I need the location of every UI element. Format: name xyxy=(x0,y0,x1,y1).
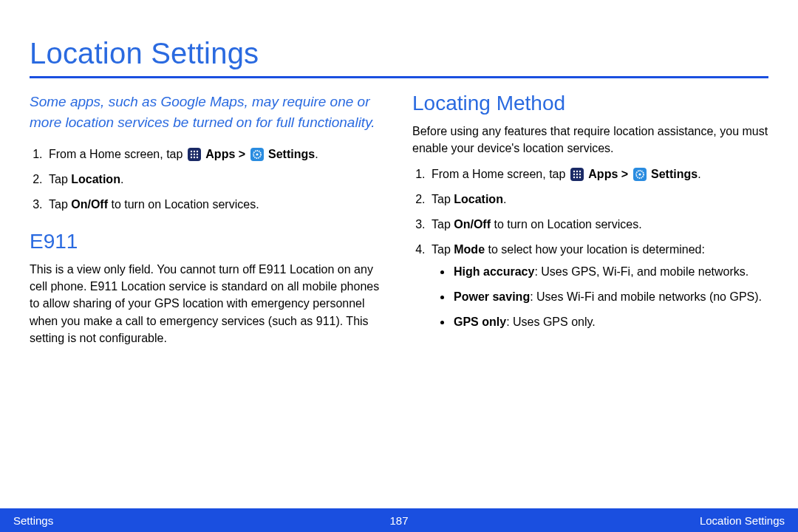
right-step-4: Tap Mode to select how your location is … xyxy=(429,241,768,331)
two-column-layout: Some apps, such as Google Maps, may requ… xyxy=(30,92,768,355)
page-title: Location Settings xyxy=(30,37,768,70)
svg-point-16 xyxy=(579,174,581,175)
step-bold: Mode xyxy=(454,243,485,256)
svg-point-17 xyxy=(573,177,575,178)
mode-high-accuracy: High accuracy: Uses GPS, Wi-Fi, and mobi… xyxy=(452,263,768,281)
right-step-3: Tap On/Off to turn on Location services. xyxy=(429,216,768,233)
content-area: Location Settings Some apps, such as Goo… xyxy=(0,0,798,355)
page: Location Settings Some apps, such as Goo… xyxy=(0,0,798,532)
step-bold: On/Off xyxy=(454,218,491,231)
svg-point-6 xyxy=(191,157,192,158)
svg-point-15 xyxy=(576,174,578,175)
mode-desc: : Uses GPS, Wi-Fi, and mobile networks. xyxy=(534,265,748,278)
mode-power-saving: Power saving: Uses Wi-Fi and mobile netw… xyxy=(452,288,768,306)
svg-point-13 xyxy=(579,171,581,172)
step-bold: On/Off xyxy=(71,198,108,211)
step-suffix: . xyxy=(698,168,700,180)
e911-heading: E911 xyxy=(30,230,386,253)
mode-name: GPS only xyxy=(454,316,506,328)
step-bold: Location xyxy=(454,193,503,205)
right-step-1: From a Home screen, tap Apps > Settings. xyxy=(429,166,768,183)
settings-label: Settings xyxy=(268,148,315,160)
svg-point-14 xyxy=(573,174,575,175)
mode-desc: : Uses GPS only. xyxy=(506,316,596,328)
settings-label: Settings xyxy=(651,168,698,180)
step-text: Tap xyxy=(49,198,71,211)
mode-gps-only: GPS only: Uses GPS only. xyxy=(452,313,768,331)
left-step-2: Tap Location. xyxy=(46,171,386,188)
settings-icon xyxy=(633,168,647,181)
svg-point-0 xyxy=(191,151,192,152)
svg-point-8 xyxy=(197,157,198,158)
step-separator: > xyxy=(621,168,632,180)
svg-point-5 xyxy=(197,154,198,155)
svg-point-21 xyxy=(638,174,641,176)
intro-text: Some apps, such as Google Maps, may requ… xyxy=(30,92,386,132)
step-text: Tap xyxy=(49,173,71,185)
step-text: From a Home screen, tap xyxy=(432,168,569,180)
left-steps-list: From a Home screen, tap Apps > Settings.… xyxy=(30,146,386,214)
step-separator: > xyxy=(239,148,249,160)
right-column: Locating Method Before using any feature… xyxy=(412,92,768,355)
svg-point-3 xyxy=(191,154,192,155)
step-suffix: . xyxy=(503,193,506,205)
apps-icon xyxy=(188,148,201,161)
step-text: Tap xyxy=(432,243,454,256)
apps-icon xyxy=(570,168,584,181)
svg-point-19 xyxy=(579,177,581,178)
left-column: Some apps, such as Google Maps, may requ… xyxy=(30,92,386,355)
svg-point-18 xyxy=(576,177,578,178)
e911-body: This is a view only field. You cannot tu… xyxy=(30,261,386,347)
locating-method-heading: Locating Method xyxy=(412,92,768,115)
page-footer: Settings 187 Location Settings xyxy=(0,508,798,532)
step-text: Tap xyxy=(432,218,454,231)
step-suffix: . xyxy=(120,173,123,185)
svg-point-1 xyxy=(194,151,195,152)
svg-point-12 xyxy=(576,171,578,172)
mode-name: Power saving xyxy=(454,290,530,303)
left-step-1: From a Home screen, tap Apps > Settings. xyxy=(46,146,386,163)
left-step-3: Tap On/Off to turn on Location services. xyxy=(46,196,386,214)
step-suffix: to turn on Location services. xyxy=(491,218,642,231)
svg-point-10 xyxy=(256,153,258,155)
mode-desc: : Uses Wi-Fi and mobile networks (no GPS… xyxy=(530,290,762,303)
right-steps-list: From a Home screen, tap Apps > Settings.… xyxy=(412,166,768,331)
step-text: Tap xyxy=(432,193,454,205)
apps-label: Apps xyxy=(588,168,618,180)
step-text: From a Home screen, tap xyxy=(49,148,186,160)
svg-point-2 xyxy=(197,151,198,152)
apps-label: Apps xyxy=(205,148,235,160)
settings-icon xyxy=(250,148,264,161)
step-bold: Location xyxy=(71,173,120,185)
svg-point-11 xyxy=(573,171,575,172)
svg-point-4 xyxy=(194,154,195,155)
title-divider xyxy=(30,76,768,78)
mode-bullet-list: High accuracy: Uses GPS, Wi-Fi, and mobi… xyxy=(432,263,768,331)
locating-method-intro: Before using any features that require l… xyxy=(412,123,768,157)
svg-point-7 xyxy=(194,157,195,158)
mode-name: High accuracy xyxy=(454,265,534,278)
footer-page-number: 187 xyxy=(0,514,798,527)
step-suffix: to select how your location is determine… xyxy=(485,243,705,256)
step-suffix: to turn on Location services. xyxy=(108,198,259,211)
right-step-2: Tap Location. xyxy=(429,191,768,208)
step-suffix: . xyxy=(315,148,318,160)
